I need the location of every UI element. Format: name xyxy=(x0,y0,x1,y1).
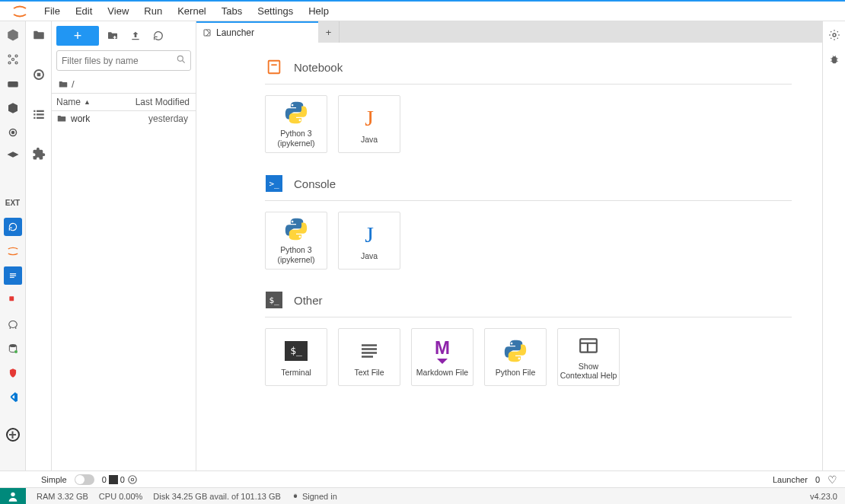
rail-scatter-icon[interactable] xyxy=(4,50,22,69)
tab-add-button[interactable]: + xyxy=(318,21,340,43)
launcher-card-console-python[interactable]: Python 3 (ipykernel) xyxy=(265,212,327,270)
column-modified[interactable]: Last Modified xyxy=(131,94,196,110)
new-folder-icon[interactable] xyxy=(104,27,122,45)
file-row[interactable]: work yesterday xyxy=(52,111,196,126)
svg-point-50 xyxy=(131,478,134,481)
svg-point-2 xyxy=(8,62,11,64)
rail-jupyter-icon[interactable] xyxy=(4,242,22,260)
tab-label: Launcher xyxy=(216,27,254,38)
refresh-icon[interactable] xyxy=(149,27,167,45)
launcher-card-terminal[interactable]: $_ Terminal xyxy=(265,328,327,386)
java-icon: J xyxy=(356,104,383,132)
launcher-card-notebook-java[interactable]: J Java xyxy=(338,95,400,153)
status-version: v4.23.0 xyxy=(810,492,845,501)
kernel-count: 0 xyxy=(102,475,107,484)
rail-db-icon[interactable] xyxy=(4,340,22,358)
menu-kernel[interactable]: Kernel xyxy=(170,2,214,20)
svg-line-46 xyxy=(831,61,832,62)
jupyterhub-badge[interactable] xyxy=(0,488,26,505)
rail-vscode-icon[interactable] xyxy=(4,388,22,407)
breadcrumb[interactable]: / xyxy=(52,75,196,93)
svg-point-42 xyxy=(833,33,836,37)
jupyter-logo[interactable] xyxy=(9,4,30,19)
launcher-card-textfile[interactable]: Text File xyxy=(338,328,400,386)
column-name[interactable]: Name ▲ xyxy=(52,94,131,110)
rail-cap-icon[interactable] xyxy=(4,148,22,166)
tab-bar: Launcher + xyxy=(196,21,822,43)
rail-doc-icon[interactable] xyxy=(4,266,22,285)
launcher-card-pythonfile[interactable]: Python File xyxy=(484,328,547,386)
terminal-icon: $_ xyxy=(282,337,310,365)
svg-rect-9 xyxy=(9,275,15,276)
simple-toggle[interactable] xyxy=(75,474,94,485)
rail-elephant-icon[interactable] xyxy=(4,315,22,333)
svg-line-49 xyxy=(834,56,835,56)
rail-ext[interactable]: EXT xyxy=(4,193,22,212)
svg-rect-35 xyxy=(362,352,377,354)
status-launcher-name: Launcher xyxy=(773,475,808,484)
card-label: Show Contextual Help xyxy=(560,362,617,381)
notification-bell-icon[interactable]: ♡ xyxy=(827,474,837,486)
activity-toc-icon[interactable] xyxy=(30,105,48,123)
markdown-icon: M xyxy=(429,337,456,365)
menu-view[interactable]: View xyxy=(100,2,136,20)
card-label: Markdown File xyxy=(416,368,468,378)
tab-launcher[interactable]: Launcher xyxy=(196,21,318,43)
status-launcher-count: 0 xyxy=(815,475,820,484)
svg-rect-18 xyxy=(37,110,44,112)
svg-rect-33 xyxy=(362,344,377,346)
activity-bar xyxy=(26,21,52,471)
svg-line-48 xyxy=(833,56,834,56)
new-launcher-button[interactable]: + xyxy=(56,26,99,46)
status-ram: RAM 3.32 GB xyxy=(37,492,88,501)
rail-refresh-icon[interactable] xyxy=(4,218,22,236)
menu-file[interactable]: File xyxy=(37,2,68,20)
activity-folder-icon[interactable] xyxy=(30,26,48,44)
other-section-title: Other xyxy=(294,294,323,307)
rail-tag-icon[interactable] xyxy=(4,291,22,309)
svg-point-3 xyxy=(15,62,18,64)
menu-settings[interactable]: Settings xyxy=(250,2,301,20)
menu-edit[interactable]: Edit xyxy=(68,2,100,20)
svg-point-32 xyxy=(299,236,301,238)
filter-input[interactable] xyxy=(62,56,176,66)
svg-point-4 xyxy=(11,59,14,61)
svg-point-0 xyxy=(8,55,11,57)
svg-rect-20 xyxy=(37,113,44,115)
svg-line-45 xyxy=(836,59,837,59)
file-browser: + / Name ▲ Last Modified work yesterday xyxy=(52,21,196,471)
property-inspector-icon[interactable] xyxy=(827,27,842,43)
rail-box-icon[interactable] xyxy=(4,99,22,117)
upload-icon[interactable] xyxy=(126,27,145,45)
svg-point-51 xyxy=(129,475,137,483)
activity-extensions-icon[interactable] xyxy=(30,145,48,163)
svg-point-13 xyxy=(9,344,16,347)
breadcrumb-root[interactable]: / xyxy=(72,78,75,90)
svg-rect-24 xyxy=(113,37,116,37)
settings-icon[interactable] xyxy=(127,474,138,485)
activity-running-icon[interactable] xyxy=(30,65,48,84)
rail-target-icon[interactable] xyxy=(4,123,22,142)
rail-add-icon[interactable]: + xyxy=(6,428,20,442)
svg-point-25 xyxy=(177,56,183,61)
svg-rect-36 xyxy=(362,356,373,358)
menu-tabs[interactable]: Tabs xyxy=(214,2,250,20)
right-rail xyxy=(822,21,845,471)
launcher-card-contexthelp[interactable]: Show Contextual Help xyxy=(557,328,620,386)
launcher-card-notebook-python[interactable]: Python 3 (ipykernel) xyxy=(265,95,327,153)
console-section-icon: >_ xyxy=(265,174,283,193)
other-section-icon: $_ xyxy=(265,291,283,309)
launcher-card-markdown[interactable]: M Markdown File xyxy=(411,328,474,386)
card-label: Python 3 (ipykernel) xyxy=(267,245,325,264)
rail-cube-icon[interactable] xyxy=(4,26,22,44)
svg-point-7 xyxy=(11,132,14,134)
card-label: Text File xyxy=(354,368,384,378)
python-icon xyxy=(282,216,310,242)
menu-help[interactable]: Help xyxy=(301,2,336,20)
launcher-card-console-java[interactable]: J Java xyxy=(338,212,400,270)
debugger-icon[interactable] xyxy=(827,52,842,67)
menu-run[interactable]: Run xyxy=(136,2,170,20)
rail-shield-icon[interactable] xyxy=(4,364,22,382)
svg-rect-27 xyxy=(269,61,280,74)
rail-storage-icon[interactable] xyxy=(4,75,22,93)
